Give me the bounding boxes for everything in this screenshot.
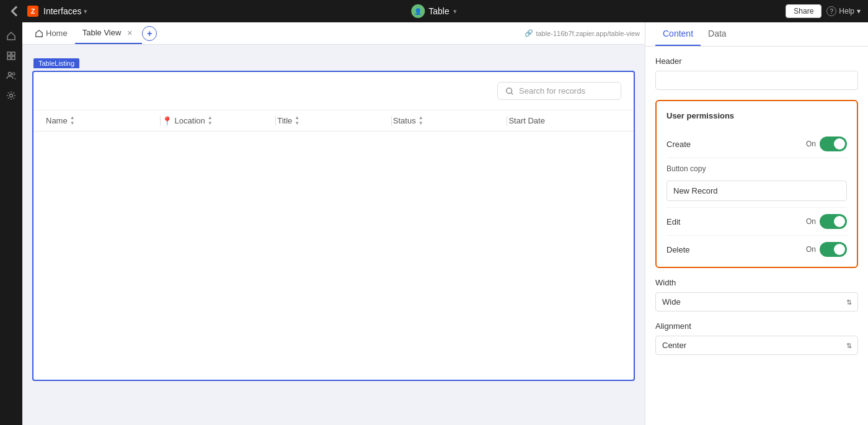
topbar-left: Z Interfaces ▾ bbox=[7, 4, 87, 19]
col-separator-1 bbox=[160, 116, 161, 126]
col-header-startdate: Start Date bbox=[508, 116, 621, 125]
tab-add-button[interactable]: + bbox=[142, 26, 157, 41]
canvas: TableListing Search for records bbox=[22, 45, 645, 425]
alignment-select[interactable]: Center Left Right bbox=[655, 336, 858, 355]
width-section: Width Wide Narrow Full ⇅ bbox=[655, 278, 858, 311]
topbar-right: Share ? Help ▾ bbox=[786, 4, 861, 18]
main-layout: Home Table View × + 🔗 table-116b7f.zapie… bbox=[0, 22, 868, 425]
zapier-logo: Z bbox=[27, 6, 38, 17]
tab-content-label: Content bbox=[663, 29, 693, 38]
left-sidebar bbox=[0, 22, 22, 425]
col-header-location: 📍 Location ▲▼ bbox=[162, 115, 275, 126]
button-copy-input[interactable] bbox=[666, 181, 847, 201]
col-status-text: Status bbox=[393, 116, 416, 125]
alignment-section: Alignment Center Left Right ⇅ bbox=[655, 321, 858, 355]
col-header-title: Title ▲▼ bbox=[277, 115, 390, 126]
sort-arrows-name[interactable]: ▲▼ bbox=[70, 115, 75, 126]
back-button[interactable] bbox=[7, 4, 22, 19]
app-title[interactable]: Interfaces ▾ bbox=[43, 6, 87, 16]
alignment-select-wrapper: Center Left Right ⇅ bbox=[655, 336, 858, 355]
col-startdate-text: Start Date bbox=[508, 116, 545, 125]
editor-pane: Home Table View × + 🔗 table-116b7f.zapie… bbox=[22, 22, 645, 425]
help-label: Help bbox=[839, 7, 854, 16]
width-select-wrapper: Wide Narrow Full ⇅ bbox=[655, 292, 858, 311]
create-toggle-on-text: On bbox=[806, 140, 816, 148]
tab-bar: Home Table View × + 🔗 table-116b7f.zapie… bbox=[22, 22, 645, 45]
create-toggle[interactable] bbox=[820, 136, 847, 151]
tab-table-view[interactable]: Table View × bbox=[75, 22, 143, 44]
delete-label: Delete bbox=[666, 245, 690, 254]
svg-point-6 bbox=[10, 94, 13, 97]
sidebar-icon-grid[interactable] bbox=[2, 47, 20, 65]
search-icon bbox=[505, 87, 514, 96]
delete-toggle-wrapper: On bbox=[806, 242, 847, 257]
delete-toggle[interactable] bbox=[820, 242, 847, 257]
permissions-box: User permissions Create On Button copy bbox=[655, 100, 858, 268]
permission-row-create: Create On bbox=[666, 130, 847, 158]
svg-rect-0 bbox=[7, 52, 11, 55]
create-label: Create bbox=[666, 140, 691, 149]
tab-table-view-label: Table View bbox=[82, 28, 122, 37]
permissions-title: User permissions bbox=[666, 111, 847, 120]
col-name-text: Name bbox=[46, 116, 68, 125]
right-panel: Content Data Header User permissions Cre… bbox=[645, 22, 868, 425]
header-input[interactable] bbox=[655, 71, 858, 90]
tab-content[interactable]: Content bbox=[655, 22, 701, 46]
empty-rows bbox=[33, 132, 634, 156]
app-name-text: Interfaces bbox=[43, 6, 81, 16]
home-tab-label: Home bbox=[46, 29, 68, 38]
component-label: TableListing bbox=[33, 58, 79, 68]
tab-home[interactable]: Home bbox=[27, 22, 75, 44]
col-separator-3 bbox=[391, 116, 392, 126]
svg-point-7 bbox=[507, 87, 512, 93]
topbar: Z Interfaces ▾ 👤 Table ▾ Share ? Help ▾ bbox=[0, 0, 868, 22]
width-label: Width bbox=[655, 278, 858, 287]
svg-point-5 bbox=[12, 73, 15, 75]
col-header-name: Name ▲▼ bbox=[46, 115, 159, 126]
col-title-text: Title bbox=[277, 116, 292, 125]
sort-arrows-title[interactable]: ▲▼ bbox=[294, 115, 299, 126]
svg-rect-2 bbox=[7, 56, 11, 60]
width-select[interactable]: Wide Narrow Full bbox=[655, 292, 858, 311]
svg-rect-1 bbox=[12, 52, 15, 55]
help-button[interactable]: ? Help ▾ bbox=[826, 6, 861, 16]
panel-content: Header User permissions Create On bbox=[645, 47, 868, 425]
content-area: Home Table View × + 🔗 table-116b7f.zapie… bbox=[22, 22, 868, 425]
svg-rect-3 bbox=[12, 56, 15, 60]
help-chevron-icon: ▾ bbox=[857, 7, 861, 16]
search-box[interactable]: Search for records bbox=[497, 82, 621, 100]
col-separator-2 bbox=[275, 116, 276, 126]
alignment-label: Alignment bbox=[655, 321, 858, 331]
sort-arrows-status[interactable]: ▲▼ bbox=[418, 115, 423, 126]
col-location-text: Location bbox=[175, 116, 205, 125]
permission-row-delete: Delete On bbox=[666, 236, 847, 257]
table-header-bar: Search for records bbox=[33, 72, 634, 110]
location-pin-icon: 📍 bbox=[162, 116, 172, 126]
center-chevron-icon: ▾ bbox=[453, 7, 457, 16]
col-header-status: Status ▲▼ bbox=[393, 115, 506, 126]
sidebar-icon-users[interactable] bbox=[2, 67, 20, 84]
sort-arrows-location[interactable]: ▲▼ bbox=[208, 115, 213, 126]
panel-tabs: Content Data bbox=[645, 22, 868, 47]
col-separator-4 bbox=[507, 116, 507, 126]
button-copy-row: Button copy bbox=[666, 158, 847, 208]
table-columns: Name ▲▼ 📍 Location ▲ bbox=[33, 110, 634, 132]
edit-toggle[interactable] bbox=[820, 214, 847, 229]
sidebar-icon-home[interactable] bbox=[2, 27, 20, 45]
sidebar-icon-settings[interactable] bbox=[2, 87, 20, 104]
share-button[interactable]: Share bbox=[786, 4, 822, 18]
app-title-chevron-icon: ▾ bbox=[84, 7, 87, 16]
tab-close-button[interactable]: × bbox=[125, 28, 135, 38]
tab-data[interactable]: Data bbox=[701, 22, 734, 46]
component-frame: TableListing Search for records bbox=[32, 71, 635, 381]
tab-url: 🔗 table-116b7f.zapier.app/table-view bbox=[525, 29, 640, 37]
delete-toggle-on-text: On bbox=[806, 245, 816, 254]
topbar-center: 👤 Table ▾ bbox=[411, 4, 456, 18]
url-text: table-116b7f.zapier.app/table-view bbox=[536, 30, 640, 37]
edit-label: Edit bbox=[666, 217, 680, 226]
permission-row-edit: Edit On bbox=[666, 208, 847, 236]
avatar: 👤 bbox=[411, 4, 425, 18]
tab-data-label: Data bbox=[708, 29, 727, 38]
button-copy-label: Button copy bbox=[666, 164, 847, 173]
search-placeholder: Search for records bbox=[519, 86, 585, 96]
